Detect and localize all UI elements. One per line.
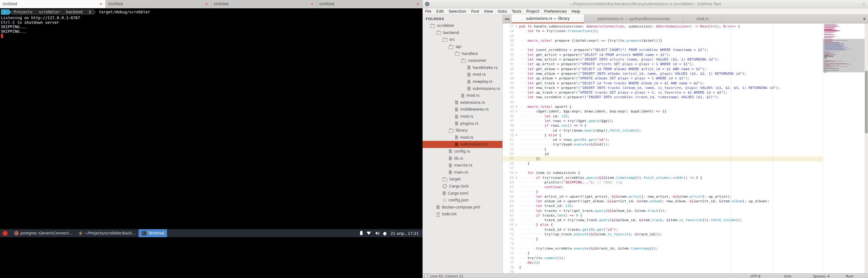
wifi-icon[interactable] [367, 232, 371, 235]
close-icon[interactable]: ✕ [425, 2, 429, 6]
menu-item-selection[interactable]: Selection [446, 9, 469, 13]
maximize-icon[interactable]: ◻ [862, 2, 865, 6]
volume-icon[interactable]: )) [375, 232, 379, 235]
scrollbar-thumb[interactable] [865, 71, 868, 133]
terminal-body[interactable]: ~ Projects❯scrobbler❯backend❯$ target/de… [0, 8, 423, 229]
fold-arrow-icon[interactable] [514, 185, 519, 189]
terminal-tab[interactable]: Untitled✕ [211, 0, 317, 8]
fold-arrow-icon[interactable] [514, 100, 519, 104]
fold-arrow-icon[interactable] [514, 232, 519, 237]
fold-arrow-icon[interactable] [514, 156, 519, 161]
fold-arrow-icon[interactable] [514, 118, 519, 123]
fold-arrow-icon[interactable] [514, 270, 519, 273]
fold-arrow-icon[interactable]: ∨ [514, 222, 519, 227]
menu-item-preferences[interactable]: Preferences [541, 9, 569, 13]
editor-tab[interactable]: submissions.rs — api/handlers/consumer [584, 14, 683, 23]
fold-arrow-icon[interactable] [514, 194, 519, 199]
menu-item-view[interactable]: View [481, 9, 495, 13]
tab-close-icon[interactable]: ✕ [310, 2, 314, 6]
battery-icon[interactable] [360, 231, 363, 235]
menu-item-tools[interactable]: Tools [509, 9, 524, 13]
fold-arrow-icon[interactable] [514, 123, 519, 128]
fold-arrow-icon[interactable] [514, 199, 519, 204]
fold-arrow-icon[interactable] [514, 166, 519, 171]
tree-item-extensions.rs[interactable]: extensions.rs [423, 99, 502, 106]
tab-close-icon[interactable]: ✕ [205, 2, 209, 6]
status-syntax[interactable]: Rust [846, 274, 853, 278]
title-bar[interactable]: ✕ ~/Projects/scrobbler/backend/src/libra… [423, 0, 868, 8]
fold-arrow-icon[interactable] [514, 67, 519, 71]
editor-tab[interactable]: mod.rs [683, 14, 722, 23]
fold-arrow-icon[interactable] [514, 90, 519, 95]
tree-item-submissions.rs[interactable]: submissions.rs [423, 141, 502, 148]
fold-arrow-icon[interactable] [514, 209, 519, 213]
tab-overflow-icon[interactable]: ▼ [863, 17, 866, 21]
fold-arrow-icon[interactable] [514, 260, 519, 265]
taskbar-item[interactable]: S~/Projects/scrobbler/back... [75, 229, 138, 237]
terminal-tab[interactable]: Untitled✕ [0, 0, 106, 8]
tree-item-mod.rs[interactable]: mod.rs [423, 134, 502, 141]
tree-item-library[interactable]: library [423, 127, 502, 134]
menu-item-help[interactable]: Help [569, 9, 583, 13]
fold-arrow-icon[interactable] [514, 114, 519, 118]
fold-arrow-icon[interactable] [514, 95, 519, 100]
tab-close-icon[interactable]: ✕ [416, 2, 420, 6]
status-line-endings[interactable]: Unix [784, 274, 792, 278]
menu-item-edit[interactable]: Edit [434, 9, 446, 13]
minimap[interactable] [823, 24, 865, 273]
fold-arrow-icon[interactable] [514, 242, 519, 246]
tree-item-lib.rs[interactable]: lib.rs [423, 155, 502, 162]
tree-item-macros.rs[interactable]: macros.rs [423, 162, 502, 169]
editor-tab[interactable]: submissions.rs — library [512, 14, 584, 23]
tree-item-target[interactable]: target [423, 176, 502, 183]
fold-arrow-icon[interactable] [514, 128, 519, 133]
fold-arrow-icon[interactable] [514, 85, 519, 90]
menu-item-goto[interactable]: Goto [495, 9, 509, 13]
tree-item-mod.rs[interactable]: mod.rs [423, 92, 502, 99]
fold-arrow-icon[interactable] [514, 147, 519, 152]
fold-arrow-icon[interactable]: ∨ [514, 24, 519, 29]
tree-item-handlers[interactable]: handlers [423, 50, 502, 57]
tree-item-config.rs[interactable]: config.rs [423, 148, 502, 155]
fold-arrow-icon[interactable]: ∨ [514, 175, 519, 180]
fold-arrow-icon[interactable] [514, 256, 519, 260]
minimize-icon[interactable]: – [857, 2, 859, 6]
fold-arrow-icon[interactable] [514, 81, 519, 85]
tree-item-scrobbler[interactable]: scrobbler [423, 22, 502, 29]
taskbar-item[interactable]: >_Terminal [138, 229, 167, 237]
terminal-tab[interactable]: Untitled✕ [106, 0, 212, 8]
scrollbar[interactable] [865, 24, 868, 273]
record-icon[interactable] [2, 231, 8, 236]
fold-arrow-icon[interactable] [514, 34, 519, 38]
menu-item-find[interactable]: Find [469, 9, 481, 13]
tab-scroll-right-icon[interactable]: ▶ [507, 17, 510, 21]
fold-arrow-icon[interactable] [514, 204, 519, 208]
tree-item-config.json[interactable]: {}config.json [423, 197, 502, 204]
fold-arrow-icon[interactable] [514, 189, 519, 194]
fold-arrow-icon[interactable] [514, 218, 519, 222]
vintage-mode-icon[interactable] [425, 275, 428, 278]
fold-arrow-icon[interactable] [514, 53, 519, 57]
fold-arrow-icon[interactable] [514, 38, 519, 43]
clock[interactable]: 21 апр., 17:21 [391, 231, 419, 236]
tree-item-backend[interactable]: backend [423, 29, 502, 36]
fold-arrow-icon[interactable] [514, 29, 519, 33]
taskbar-item[interactable]: postgres::GenericConnect... [11, 229, 75, 237]
fold-arrow-icon[interactable] [514, 137, 519, 142]
tree-item-mod.rs[interactable]: mod.rs [423, 71, 502, 78]
fold-arrow-icon[interactable] [514, 71, 519, 76]
menu-item-file[interactable]: File [423, 9, 434, 13]
code-editor[interactable]: 27∨pub·fn·handle_submissions(conn:·&Gene… [503, 24, 868, 273]
tree-item-todo.txt[interactable]: todo.txt [423, 211, 502, 218]
fold-arrow-icon[interactable]: ∨ [514, 133, 519, 137]
tree-item-submissions.rs[interactable]: submissions.rs [423, 85, 502, 92]
fold-arrow-icon[interactable] [514, 161, 519, 166]
fold-arrow-icon[interactable] [514, 57, 519, 62]
fold-arrow-icon[interactable]: ∨ [514, 171, 519, 175]
fold-arrow-icon[interactable] [514, 62, 519, 66]
tree-item-middlewares.rs[interactable]: middlewares.rs [423, 106, 502, 113]
tree-item-src[interactable]: src [423, 36, 502, 43]
tree-item-main.rs[interactable]: main.rs [423, 169, 502, 176]
tab-close-icon[interactable]: ✕ [99, 2, 103, 6]
fold-arrow-icon[interactable] [514, 142, 519, 147]
